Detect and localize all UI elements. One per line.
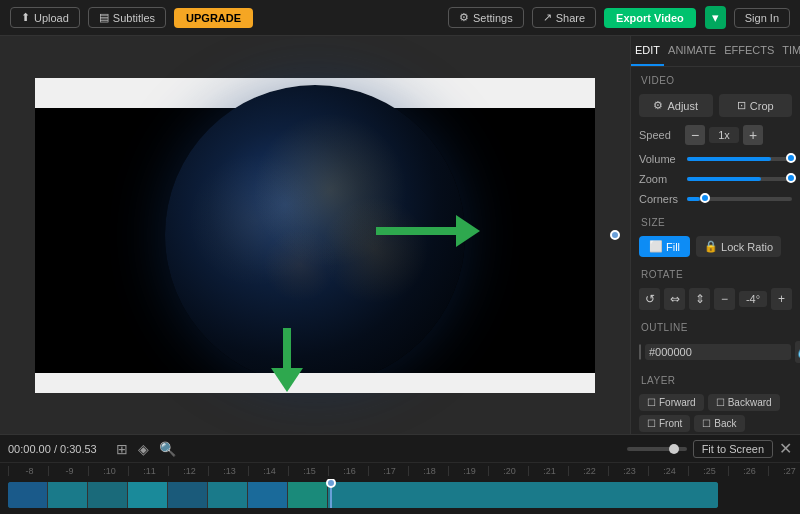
ruler-tick: :25: [688, 466, 728, 476]
top-bar-right: ⚙ Settings ↗ Share Export Video ▾ Sign I…: [448, 6, 790, 29]
flip-h-button[interactable]: ⇔: [664, 288, 685, 310]
back-icon: ☐: [702, 418, 711, 429]
outline-section-header: OUTLINE: [631, 314, 800, 337]
outline-color-swatch[interactable]: [639, 344, 641, 360]
corners-label: Corners: [639, 193, 681, 205]
size-section-header: SIZE: [631, 209, 800, 232]
upload-button[interactable]: ⬆ Upload: [10, 7, 80, 28]
volume-row: Volume: [631, 149, 800, 169]
rotate-ccw-button[interactable]: ↺: [639, 288, 660, 310]
corners-fill: [687, 197, 700, 201]
track-thumb: [208, 482, 248, 508]
outline-eyedropper-button[interactable]: 💧: [795, 341, 800, 363]
ruler-tick: :20: [488, 466, 528, 476]
timeline-arrow: [271, 328, 303, 392]
settings-icon: ⚙: [459, 11, 469, 24]
ruler-tick: :23: [608, 466, 648, 476]
settings-button[interactable]: ⚙ Settings: [448, 7, 524, 28]
crop-icon: ⊡: [737, 99, 746, 112]
front-button[interactable]: ☐ Front: [639, 415, 690, 432]
back-button[interactable]: ☐ Back: [694, 415, 744, 432]
tab-timing[interactable]: TIMING: [778, 36, 800, 66]
tab-edit[interactable]: EDIT: [631, 36, 664, 66]
layer-row: ☐ Forward ☐ Backward ☐ Front ☐ Back: [631, 390, 800, 434]
fit-screen-button[interactable]: Fit to Screen: [693, 440, 773, 458]
track-thumb: [288, 482, 328, 508]
share-button[interactable]: ↗ Share: [532, 7, 596, 28]
rotate-arrow: [376, 215, 480, 247]
timeline-track[interactable]: [0, 479, 800, 511]
ruler-tick: -8: [8, 466, 48, 476]
ruler-tick: :13: [208, 466, 248, 476]
ruler-tick: :17: [368, 466, 408, 476]
top-bar: ⬆ Upload ▤ Subtitles UPGRADE ⚙ Settings …: [0, 0, 800, 36]
ruler-tick: -9: [48, 466, 88, 476]
zoom-thumb[interactable]: [786, 173, 796, 183]
video-btn-row: ⚙ Adjust ⊡ Crop: [631, 90, 800, 121]
corners-thumb[interactable]: [700, 193, 710, 203]
zoom-fill: [687, 177, 761, 181]
ruler-tick: :10: [88, 466, 128, 476]
rotate-minus-button[interactable]: −: [714, 288, 735, 310]
video-canvas[interactable]: [0, 36, 630, 434]
main-area: EDIT ANIMATE EFFECTS TIMING VIDEO ⚙ Adju…: [0, 36, 800, 434]
ruler-tick: :26: [728, 466, 768, 476]
zoom-track[interactable]: [687, 177, 792, 181]
zoom-slider[interactable]: [627, 447, 687, 451]
track-thumb: [48, 482, 88, 508]
subtitles-icon: ▤: [99, 11, 109, 24]
signin-button[interactable]: Sign In: [734, 8, 790, 28]
fill-button[interactable]: ⬜ Fill: [639, 236, 690, 257]
zoom-control: [627, 447, 687, 451]
layer-section-header: LAYER: [631, 367, 800, 390]
zoom-slider-thumb[interactable]: [669, 444, 679, 454]
export-button[interactable]: Export Video: [604, 8, 696, 28]
ruler-tick: :12: [168, 466, 208, 476]
ruler-container: -8 -9 :10 :11 :12 :13 :14 :15 :16 :17 :1…: [0, 466, 800, 476]
volume-thumb[interactable]: [786, 153, 796, 163]
position-dot: [610, 230, 620, 240]
split-button[interactable]: ⊞: [114, 439, 130, 459]
rotate-input[interactable]: [739, 291, 767, 307]
outline-row: 💧 − +: [631, 337, 800, 367]
zoom-label: Zoom: [639, 173, 681, 185]
track-thumb: [128, 482, 168, 508]
track-thumb: [168, 482, 208, 508]
corners-track[interactable]: [687, 197, 792, 201]
tab-animate[interactable]: ANIMATE: [664, 36, 720, 66]
ruler-tick: :14: [248, 466, 288, 476]
close-button[interactable]: ✕: [779, 439, 792, 458]
flip-v-button[interactable]: ⇕: [689, 288, 710, 310]
time-display: 00:00.00 / 0:30.53: [8, 443, 108, 455]
front-icon: ☐: [647, 418, 656, 429]
speed-input[interactable]: [709, 127, 739, 143]
ruler-tick: :15: [288, 466, 328, 476]
panel-tabs: EDIT ANIMATE EFFECTS TIMING: [631, 36, 800, 67]
rotate-row: ↺ ⇔ ⇕ − +: [631, 284, 800, 314]
upgrade-button[interactable]: UPGRADE: [174, 8, 253, 28]
ruler-tick: :18: [408, 466, 448, 476]
backward-icon: ☐: [716, 397, 725, 408]
rotate-plus-button[interactable]: +: [771, 288, 792, 310]
backward-button[interactable]: ☐ Backward: [708, 394, 780, 411]
speed-plus-button[interactable]: +: [743, 125, 763, 145]
outline-color-input[interactable]: [645, 344, 791, 360]
speed-label: Speed: [639, 129, 681, 141]
playhead-button[interactable]: ◈: [136, 439, 151, 459]
subtitles-button[interactable]: ▤ Subtitles: [88, 7, 166, 28]
export-dropdown-button[interactable]: ▾: [705, 6, 726, 29]
ruler-tick: :24: [648, 466, 688, 476]
forward-button[interactable]: ☐ Forward: [639, 394, 704, 411]
tab-effects[interactable]: EFFECTS: [720, 36, 778, 66]
lock-ratio-button[interactable]: 🔒 Lock Ratio: [696, 236, 781, 257]
track-thumb: [248, 482, 288, 508]
adjust-button[interactable]: ⚙ Adjust: [639, 94, 713, 117]
speed-minus-button[interactable]: −: [685, 125, 705, 145]
track-thumb: [328, 482, 718, 508]
crop-button[interactable]: ⊡ Crop: [719, 94, 793, 117]
zoom-minus-button[interactable]: 🔍: [157, 439, 178, 459]
ruler-tick: :27: [768, 466, 800, 476]
share-icon: ↗: [543, 11, 552, 24]
corners-row: Corners: [631, 189, 800, 209]
volume-track[interactable]: [687, 157, 792, 161]
